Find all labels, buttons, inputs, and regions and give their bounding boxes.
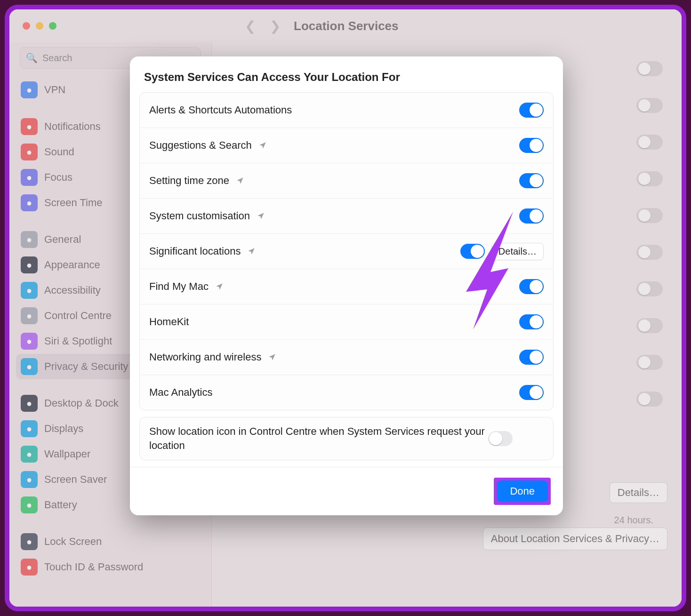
sidebar-item-label: General bbox=[44, 233, 81, 246]
bell-icon: ● bbox=[21, 118, 38, 135]
row-setting-time-zone: Setting time zone bbox=[140, 163, 553, 199]
row-alerts-shortcuts: Alerts & Shortcuts Automations bbox=[140, 93, 553, 128]
wallpaper-icon: ● bbox=[21, 446, 38, 463]
sidebar-item-label: Screen Time bbox=[44, 197, 103, 209]
sidebar-item-lock-screen[interactable]: ●Lock Screen bbox=[16, 529, 205, 554]
show-location-icon-row: Show location icon in Control Centre whe… bbox=[140, 417, 553, 460]
row-label-text: Networking and wireless bbox=[149, 351, 261, 363]
row-label-text: HomeKit bbox=[149, 316, 189, 328]
bg-toggle[interactable] bbox=[636, 318, 663, 333]
row-label-text: Find My Mac bbox=[149, 280, 209, 293]
done-button-highlight: Done bbox=[494, 478, 551, 505]
moon-icon: ● bbox=[21, 169, 38, 186]
bg-hours-text: 24 hours. bbox=[614, 515, 653, 526]
page-title: Location Services bbox=[294, 19, 399, 33]
sidebar-item-label: Siri & Spotlight bbox=[44, 335, 112, 347]
forward-button[interactable]: ❯ bbox=[270, 18, 281, 34]
show-location-icon-group: Show location icon in Control Centre whe… bbox=[139, 417, 554, 460]
bg-toggle[interactable] bbox=[636, 281, 663, 296]
vpn-icon: ● bbox=[21, 81, 38, 98]
location-arrow-icon bbox=[257, 212, 265, 220]
location-arrow-icon bbox=[258, 141, 267, 150]
hand-icon: ● bbox=[21, 358, 38, 375]
bg-toggle[interactable] bbox=[636, 355, 663, 370]
toggle-significant-locations[interactable] bbox=[460, 244, 485, 259]
sidebar-item-label: VPN bbox=[44, 84, 65, 96]
row-homekit: HomeKit bbox=[140, 304, 553, 340]
row-label-text: Suggestions & Search bbox=[149, 139, 252, 152]
toggle-system-customisation[interactable] bbox=[519, 208, 544, 224]
toggle-alerts-shortcuts[interactable] bbox=[519, 103, 544, 118]
hourglass-icon: ● bbox=[21, 194, 38, 211]
sidebar-item-label: Notifications bbox=[44, 120, 101, 133]
sidebar-item-label: Desktop & Dock bbox=[44, 397, 119, 409]
details-button-significant-locations[interactable]: Details… bbox=[491, 243, 544, 260]
about-location-privacy-button[interactable]: About Location Services & Privacy… bbox=[483, 528, 667, 550]
system-services-list: Alerts & Shortcuts AutomationsSuggestion… bbox=[139, 92, 554, 410]
toggle-find-my-mac[interactable] bbox=[519, 279, 544, 294]
toggle-suggestions-search[interactable] bbox=[519, 138, 544, 153]
row-label: Suggestions & Search bbox=[149, 139, 519, 152]
gear-icon: ● bbox=[21, 231, 38, 248]
zoom-window-button[interactable] bbox=[49, 22, 56, 30]
bg-toggle[interactable] bbox=[636, 61, 663, 76]
siri-icon: ● bbox=[21, 333, 38, 350]
sidebar-item-label: Lock Screen bbox=[44, 536, 102, 548]
accessibility-icon: ● bbox=[21, 282, 38, 299]
fingerprint-icon: ● bbox=[21, 559, 38, 576]
row-networking-wireless: Networking and wireless bbox=[140, 340, 553, 375]
bg-toggle[interactable] bbox=[636, 98, 663, 113]
bg-toggle[interactable] bbox=[636, 245, 663, 260]
show-location-icon-label: Show location icon in Control Centre whe… bbox=[149, 424, 488, 452]
row-suggestions-search: Suggestions & Search bbox=[140, 128, 553, 163]
bg-toggle[interactable] bbox=[636, 171, 663, 186]
row-label: Significant locations bbox=[149, 245, 460, 257]
row-system-customisation: System customisation bbox=[140, 199, 553, 234]
sidebar-item-label: Appearance bbox=[44, 259, 100, 271]
minimize-window-button[interactable] bbox=[36, 22, 43, 30]
row-label-text: Significant locations bbox=[149, 245, 241, 257]
row-label-text: Setting time zone bbox=[149, 175, 229, 187]
sidebar-item-touch-id-password[interactable]: ●Touch ID & Password bbox=[16, 554, 205, 580]
window-controls bbox=[23, 22, 56, 30]
row-label: Mac Analytics bbox=[149, 386, 519, 399]
annotated-frame: ❮ ❯ Location Services 🔍 ●VPN●Notificatio… bbox=[5, 5, 686, 611]
row-label: HomeKit bbox=[149, 316, 519, 328]
back-button[interactable]: ❮ bbox=[245, 18, 256, 34]
sidebar-item-label: Battery bbox=[44, 499, 77, 511]
close-window-button[interactable] bbox=[23, 22, 30, 30]
sidebar-item-label: Screen Saver bbox=[44, 473, 107, 486]
row-label: Alerts & Shortcuts Automations bbox=[149, 104, 519, 116]
bg-toggle[interactable] bbox=[636, 135, 663, 150]
toggle-mac-analytics[interactable] bbox=[519, 385, 544, 400]
screensaver-icon: ● bbox=[21, 471, 38, 488]
search-icon: 🔍 bbox=[26, 52, 38, 64]
row-label-text: Alerts & Shortcuts Automations bbox=[149, 104, 292, 116]
desktop-icon: ● bbox=[21, 395, 38, 412]
sidebar-item-label: Control Centre bbox=[44, 310, 112, 322]
displays-icon: ● bbox=[21, 420, 38, 437]
location-arrow-icon bbox=[247, 247, 256, 256]
control-centre-icon: ● bbox=[21, 307, 38, 324]
sidebar-item-label: Wallpaper bbox=[44, 448, 90, 460]
sidebar-item-label: Privacy & Security bbox=[44, 360, 129, 373]
bg-details-button[interactable]: Details… bbox=[610, 482, 667, 503]
background-toggles bbox=[636, 61, 663, 407]
done-button[interactable]: Done bbox=[497, 480, 548, 502]
row-label-text: System customisation bbox=[149, 210, 250, 222]
toggle-networking-wireless[interactable] bbox=[519, 350, 544, 365]
bg-toggle[interactable] bbox=[636, 208, 663, 223]
sidebar-item-label: Displays bbox=[44, 423, 83, 435]
battery-icon: ● bbox=[21, 496, 38, 513]
toggle-homekit[interactable] bbox=[519, 314, 544, 329]
row-mac-analytics: Mac Analytics bbox=[140, 375, 553, 410]
toggle-setting-time-zone[interactable] bbox=[519, 173, 544, 188]
system-services-modal: System Services Can Access Your Location… bbox=[130, 56, 563, 515]
row-find-my-mac: Find My Mac bbox=[140, 269, 553, 304]
sidebar-item-label: Accessibility bbox=[44, 284, 101, 296]
row-label-text: Mac Analytics bbox=[149, 386, 213, 399]
row-label: Setting time zone bbox=[149, 175, 519, 187]
bg-toggle[interactable] bbox=[636, 392, 663, 407]
show-location-icon-toggle[interactable] bbox=[488, 431, 513, 446]
row-label: System customisation bbox=[149, 210, 519, 222]
